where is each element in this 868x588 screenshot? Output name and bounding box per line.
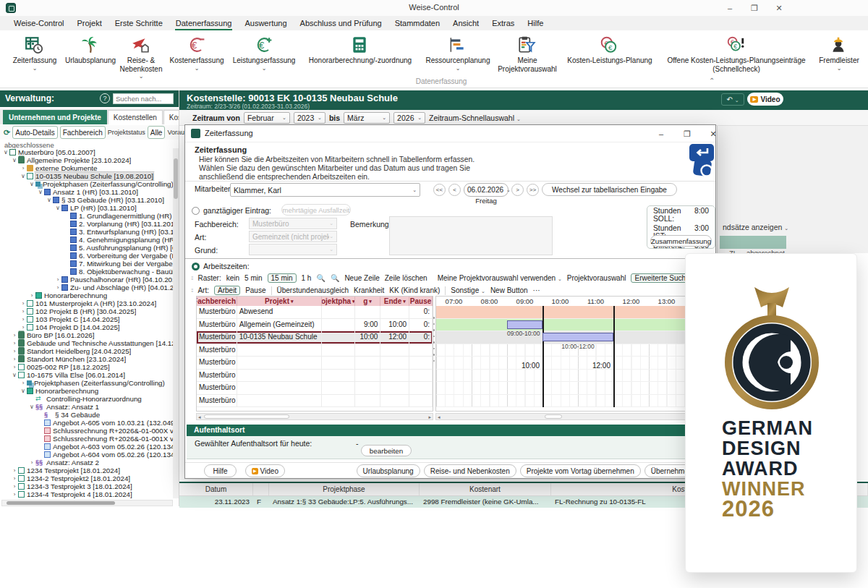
grid-row[interactable]: MusterbüroAbwesend0: — [197, 306, 433, 319]
projektvorauswahl-button[interactable]: Projektvorauswahl — [567, 274, 626, 282]
tree-expander-icon[interactable]: › — [11, 475, 18, 482]
grid-cell[interactable]: Musterbüro — [197, 344, 237, 357]
minimize-button[interactable]: – — [719, 0, 741, 16]
refresh-icon[interactable]: ⟳ — [4, 128, 10, 137]
tree-expander-icon[interactable]: ∨ — [11, 157, 18, 163]
ribbon-item-vorauswahl[interactable]: MeineProjektvorauswahl — [495, 33, 560, 88]
grid-row[interactable]: MusterbüroAllgemein (Gemeinzeit)9:0010:0… — [197, 319, 433, 332]
grid-cell[interactable] — [322, 395, 355, 407]
art-option-krankheit[interactable]: Krankheit — [354, 286, 384, 294]
tree-item[interactable]: 6. Vorbereitung der Vergabe (HF — [0, 252, 173, 260]
sidebar-tab-kostenstellen[interactable]: Kostenstellen — [108, 110, 163, 124]
date-select[interactable]: 06.02.2026⌄ — [464, 183, 509, 197]
grid-cell[interactable] — [322, 357, 355, 369]
ribbon-item-fremdleister[interactable]: Fremdleister⌄ — [813, 33, 865, 88]
mitarbeiter-select[interactable]: Klammer, Karl⌄ — [230, 183, 420, 197]
art-option-pause[interactable]: Pause — [245, 286, 265, 294]
timeline-row[interactable] — [436, 306, 713, 319]
grid-cell[interactable] — [380, 395, 409, 407]
tree-expander-icon[interactable]: › — [11, 348, 18, 354]
arbeitszeiten-radio[interactable] — [192, 263, 200, 270]
grid-cell[interactable]: Musterbüro — [197, 357, 237, 369]
ribbon-item-leistung[interactable]: €Leistungserfassung⌄ — [229, 33, 299, 88]
grid-cell[interactable] — [322, 331, 355, 344]
timeline-row[interactable] — [436, 395, 713, 408]
month-to-select[interactable]: März⌄ — [344, 112, 390, 124]
tree-item[interactable]: ∨10-0135 Neubau Schule [19.08.2010] — [0, 172, 173, 180]
multiday-absence-button[interactable]: mehrtägige Ausfallzeit — [281, 204, 351, 216]
background-dropdown-partial[interactable]: ndsätze anzeigen ⌄ — [723, 223, 788, 231]
tree-expander-icon[interactable]: › — [11, 332, 18, 338]
raster-option-15-min[interactable]: 15 min — [268, 273, 297, 283]
grid-cell[interactable] — [380, 382, 409, 394]
grid-cell[interactable]: 10-0135 Neubau Schule — [237, 331, 322, 344]
footer-button-projekte-vom-vortag-bernehmen[interactable]: Projekte vom Vortag übernehmen — [520, 464, 641, 477]
tree-item[interactable]: ⇄Controlling-Honorarzuordnung — [0, 395, 173, 403]
grid-row[interactable]: Musterbüro — [197, 357, 433, 370]
close-button[interactable]: ✕ — [768, 0, 790, 16]
grid-cell[interactable] — [355, 357, 381, 369]
timeline-row[interactable] — [436, 370, 713, 383]
grund-select[interactable]: ⌄ — [249, 244, 337, 255]
date-next-button[interactable]: > — [511, 184, 524, 196]
tree-item[interactable]: 3. Entwurfsplanung (HR) [03.11. — [0, 228, 173, 236]
grid-cell[interactable]: 12:00 — [380, 331, 409, 344]
drag-handle-icon[interactable]: ⁞⁞ — [191, 287, 192, 294]
grid-cell[interactable] — [322, 344, 355, 357]
tree-item[interactable]: ›Standort Heidelberg [24.04.2025] — [0, 347, 173, 355]
tree-item[interactable]: ∨Allgemeine Projekte [23.10.2024] — [0, 156, 173, 164]
undo-button[interactable]: ↶ ⌄ — [721, 93, 744, 106]
ribbon-item-zeiterfassung[interactable]: Zeiterfassung⌄ — [6, 33, 64, 88]
grid-cell[interactable] — [355, 395, 381, 407]
tree-item[interactable]: ›1234-3 Testprojekt 3 [18.01.2024] — [0, 482, 173, 490]
grid-row[interactable]: Musterbüro — [197, 395, 433, 408]
tree-item[interactable]: §§ 34 Gebäude — [0, 411, 173, 419]
ribbon-item-klp[interactable]: €€Kosten-Leistungs-Planung — [560, 33, 660, 88]
grid-row[interactable]: Musterbüro — [197, 382, 433, 395]
grid-cell[interactable] — [237, 357, 322, 369]
filter-projektstatus[interactable]: Projektstatus — [108, 129, 145, 136]
grid-cell[interactable] — [380, 306, 409, 318]
grid-cell[interactable] — [409, 344, 433, 357]
grid-cell[interactable] — [355, 306, 381, 318]
tree-item[interactable]: Angebot A-605 vom 10.03.21 (132.049,73 €… — [0, 419, 173, 427]
menu-item-projekt[interactable]: Projekt — [71, 17, 109, 30]
tree-expander-icon[interactable]: › — [20, 316, 27, 323]
erweiterte-suche-button[interactable]: Erweiterte Suche — [631, 273, 693, 283]
grid-cell[interactable]: Musterbüro — [197, 395, 237, 407]
video-button[interactable]: ▶ Video — [747, 93, 783, 106]
grid-cell[interactable]: 0: — [409, 331, 433, 344]
tree-expander-icon[interactable]: › — [20, 308, 27, 315]
grid-column-header-Pause[interactable]: Pause — [409, 297, 433, 306]
tree-expander-icon[interactable]: ∨ — [54, 205, 61, 211]
grid-cell[interactable] — [409, 357, 433, 369]
grid-cell[interactable] — [380, 370, 409, 382]
tree-item[interactable]: ›§§Ansatz: Ansatz 2 — [0, 459, 173, 466]
art-select[interactable]: Gemeinzeit (nicht projektbezogen)⌄ — [249, 231, 337, 242]
menu-item-weise-control[interactable]: Weise-Control — [7, 17, 71, 30]
grid-cell[interactable]: 0: — [409, 306, 433, 318]
grid-cell[interactable] — [237, 344, 322, 357]
menu-item-auswertung[interactable]: Auswertung — [238, 17, 293, 30]
tree-item[interactable]: ›Büro BP [16.01.2026] — [0, 331, 173, 339]
tree-item[interactable]: ›102 Projekt B (HR) [30.04.2025] — [0, 307, 173, 315]
projektvorauswahl-dropdown[interactable]: Meine Projektvorauswahl verwenden ⌄ — [438, 274, 562, 282]
tree-item[interactable]: 2. Vorplanung (HR) [03.11.2010] — [0, 220, 173, 228]
art-option-arbeit[interactable]: Arbeit — [214, 286, 240, 295]
sonstige-dropdown[interactable]: Sonstige ⌄ — [451, 286, 485, 294]
grid-horizontal-scrollbar[interactable]: ◂▸ — [196, 413, 433, 420]
hilfe-button[interactable]: Hilfe — [204, 464, 237, 477]
tree-expander-icon[interactable]: › — [20, 380, 27, 386]
tree-item[interactable]: ∨Ansatz 1 (HR) [03.11.2010] — [0, 188, 173, 196]
tree-item[interactable]: ›0025-002 RP [18.12.2025] — [0, 363, 173, 371]
tree-expander-icon[interactable]: › — [11, 467, 18, 474]
tree-item[interactable]: Angebot A-603 vom 05.02.26 (120.134,45 €… — [0, 443, 173, 451]
footer-button-urlaubsplanung[interactable]: Urlaubsplanung — [357, 464, 420, 477]
tree-item[interactable]: ›1234-4 Testprojekt 4 [18.01.2024] — [0, 490, 173, 498]
quick-period-dropdown[interactable]: Zeitraum-Schnellauswahl ⌄ — [429, 114, 521, 122]
tree-expander-icon[interactable]: › — [54, 284, 61, 291]
grid-column-header-ojektpha[interactable]: ojektpha▾ — [322, 297, 355, 306]
tree-item[interactable]: ›Standort München [23.10.2024] — [0, 355, 173, 363]
tree-item[interactable]: ∨Honorarberechnung — [0, 387, 173, 395]
grid-row[interactable]: Musterbüro — [197, 344, 433, 357]
